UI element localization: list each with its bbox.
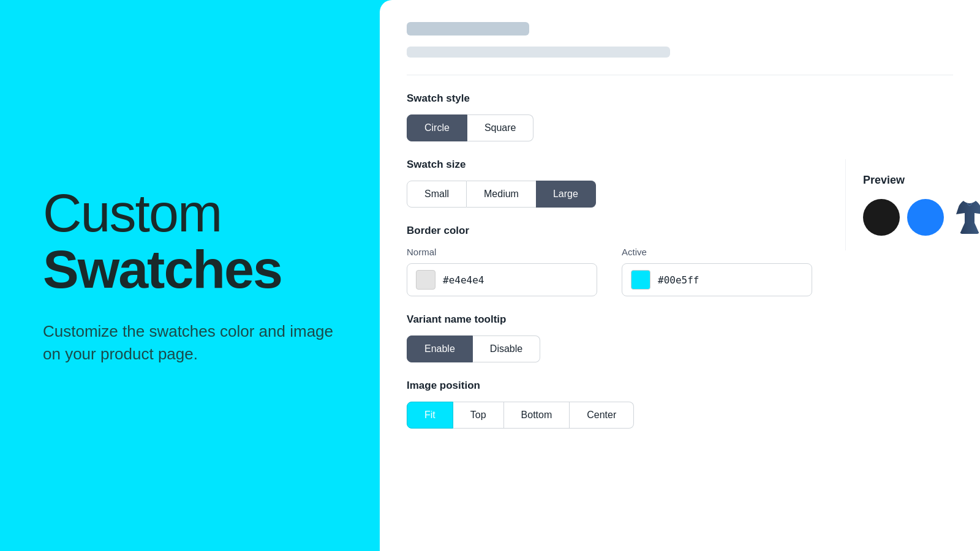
skeleton-subtitle-bar	[407, 47, 670, 58]
swatch-style-circle-button[interactable]: Circle	[407, 114, 467, 141]
swatch-style-group: Circle Square	[407, 114, 812, 141]
swatch-style-section: Swatch style Circle Square	[407, 92, 812, 141]
normal-color-input[interactable]: #e4e4e4	[407, 263, 597, 296]
swatch-size-group: Small Medium Large	[407, 181, 812, 208]
swatch-size-small-button[interactable]: Small	[407, 181, 467, 208]
tooltip-enable-button[interactable]: Enable	[407, 335, 473, 362]
left-panel: Custom Swatches Customize the swatches c…	[0, 0, 380, 551]
border-color-inputs: Normal #e4e4e4 Active #00e5ff	[407, 247, 812, 296]
image-position-fit-button[interactable]: Fit	[407, 402, 453, 429]
border-color-section: Border color Normal #e4e4e4 Active #0	[407, 225, 812, 296]
preview-swatch-blue	[907, 199, 944, 236]
image-position-section: Image position Fit Top Bottom Center	[407, 380, 812, 429]
preview-label: Preview	[863, 174, 963, 187]
swatch-size-section: Swatch size Small Medium Large	[407, 159, 812, 208]
active-color-value: #00e5ff	[658, 274, 699, 286]
swatch-style-label: Swatch style	[407, 92, 812, 105]
title-line1: Custom	[43, 185, 343, 241]
active-label: Active	[622, 247, 812, 257]
main-content: Swatch style Circle Square Swatch size S…	[407, 92, 953, 429]
normal-label: Normal	[407, 247, 597, 257]
swatch-size-medium-button[interactable]: Medium	[467, 181, 536, 208]
variant-tooltip-group: Enable Disable	[407, 335, 812, 362]
normal-color-value: #e4e4e4	[443, 274, 484, 286]
image-position-center-button[interactable]: Center	[570, 402, 634, 429]
preview-swatch-dress	[951, 199, 980, 236]
hero-subtitle: Customize the swatches color and image o…	[43, 320, 337, 366]
settings-card: Swatch style Circle Square Swatch size S…	[380, 0, 980, 551]
preview-panel: Preview	[845, 159, 980, 250]
dress-icon	[954, 200, 980, 235]
variant-tooltip-section: Variant name tooltip Enable Disable	[407, 313, 812, 362]
active-color-col: Active #00e5ff	[622, 247, 812, 296]
tooltip-disable-button[interactable]: Disable	[473, 335, 540, 362]
variant-tooltip-label: Variant name tooltip	[407, 313, 812, 326]
hero-title: Custom Swatches	[43, 185, 343, 298]
skeleton-title-bar	[407, 22, 529, 36]
active-color-input[interactable]: #00e5ff	[622, 263, 812, 296]
preview-swatches	[863, 199, 963, 236]
preview-swatch-black	[863, 199, 900, 236]
image-position-bottom-button[interactable]: Bottom	[504, 402, 570, 429]
title-line2: Swatches	[43, 241, 343, 298]
normal-color-col: Normal #e4e4e4	[407, 247, 597, 296]
divider-top	[407, 75, 953, 75]
image-position-top-button[interactable]: Top	[453, 402, 504, 429]
right-panel: Swatch style Circle Square Swatch size S…	[380, 0, 980, 551]
image-position-group: Fit Top Bottom Center	[407, 402, 812, 429]
active-color-swatch	[631, 270, 650, 290]
swatch-size-label: Swatch size	[407, 159, 812, 171]
swatch-style-square-button[interactable]: Square	[467, 114, 534, 141]
normal-color-swatch	[416, 270, 435, 290]
image-position-label: Image position	[407, 380, 812, 392]
border-color-label: Border color	[407, 225, 812, 237]
swatch-size-large-button[interactable]: Large	[536, 181, 596, 208]
